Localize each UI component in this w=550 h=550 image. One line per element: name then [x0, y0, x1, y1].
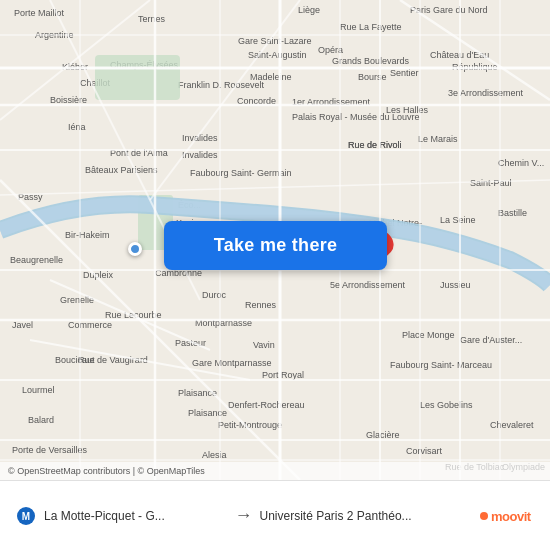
moovit-logo: moovit [479, 502, 534, 530]
bottom-bar: M La Motte-Picquet - G... → Université P… [0, 480, 550, 550]
origin-location-dot [128, 242, 142, 256]
svg-point-30 [480, 512, 488, 520]
from-section: M La Motte-Picquet - G... [16, 506, 228, 526]
from-label: La Motte-Picquet - G... [44, 509, 165, 523]
svg-text:M: M [22, 511, 30, 522]
svg-line-16 [400, 0, 550, 100]
take-me-there-button[interactable]: Take me there [164, 221, 387, 270]
svg-text:moovit: moovit [491, 509, 532, 524]
map-attribution: © OpenStreetMap contributors | © OpenMap… [0, 462, 550, 480]
svg-line-18 [30, 340, 250, 380]
metro-icon: M [16, 506, 36, 526]
to-section: Université Paris 2 Panthéo... [260, 509, 472, 523]
svg-line-20 [0, 180, 550, 195]
map-container: Porte MaillotTernesArgentineChamps-Élysé… [0, 0, 550, 480]
cta-button-label: Take me there [214, 235, 338, 256]
to-label: Université Paris 2 Panthéo... [260, 509, 412, 523]
svg-rect-0 [95, 55, 180, 100]
svg-line-17 [50, 280, 210, 350]
direction-arrow: → [228, 506, 260, 526]
